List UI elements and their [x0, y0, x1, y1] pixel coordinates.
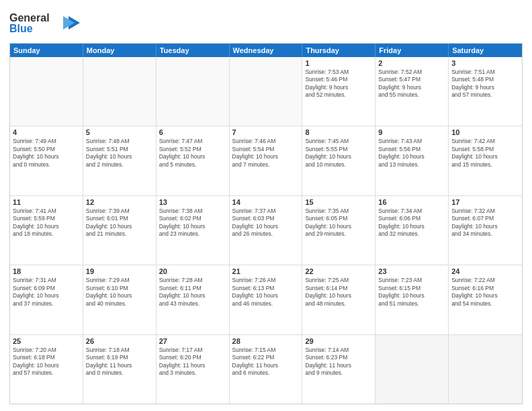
calendar-cell: 1Sunrise: 7:53 AM Sunset: 5:46 PM Daylig…: [302, 57, 375, 126]
calendar-cell: 26Sunrise: 7:18 AM Sunset: 6:19 PM Dayli…: [83, 335, 157, 404]
header: General Blue: [9, 7, 523, 39]
day-number: 15: [305, 198, 372, 206]
calendar-row-5: 25Sunrise: 7:20 AM Sunset: 6:18 PM Dayli…: [10, 334, 522, 404]
calendar-cell: [83, 57, 157, 126]
day-info: Sunrise: 7:49 AM Sunset: 5:50 PM Dayligh…: [13, 138, 80, 169]
day-info: Sunrise: 7:32 AM Sunset: 6:07 PM Dayligh…: [451, 208, 519, 238]
day-number: 22: [305, 267, 372, 275]
day-info: Sunrise: 7:23 AM Sunset: 6:15 PM Dayligh…: [378, 277, 445, 308]
day-number: 21: [232, 267, 300, 275]
day-number: 12: [86, 198, 153, 206]
calendar-cell: 3Sunrise: 7:51 AM Sunset: 5:48 PM Daylig…: [449, 57, 522, 126]
day-number: 8: [305, 128, 372, 136]
day-info: Sunrise: 7:52 AM Sunset: 5:47 PM Dayligh…: [378, 68, 445, 99]
header-day-wednesday: Wednesday: [230, 44, 303, 57]
day-number: 20: [159, 267, 226, 275]
header-day-monday: Monday: [83, 44, 157, 57]
svg-text:General: General: [9, 12, 50, 24]
day-info: Sunrise: 7:20 AM Sunset: 6:18 PM Dayligh…: [13, 347, 80, 377]
day-number: 13: [159, 198, 226, 206]
day-info: Sunrise: 7:28 AM Sunset: 6:11 PM Dayligh…: [159, 277, 226, 308]
calendar-cell: 23Sunrise: 7:23 AM Sunset: 6:15 PM Dayli…: [375, 265, 449, 334]
calendar-cell: 29Sunrise: 7:14 AM Sunset: 6:23 PM Dayli…: [302, 335, 375, 404]
calendar-cell: 28Sunrise: 7:15 AM Sunset: 6:22 PM Dayli…: [230, 335, 303, 404]
calendar-cell: [10, 57, 83, 126]
calendar-cell: 16Sunrise: 7:34 AM Sunset: 6:06 PM Dayli…: [375, 196, 449, 265]
calendar-cell: [230, 57, 303, 126]
day-number: 1: [305, 59, 372, 67]
calendar-cell: 21Sunrise: 7:26 AM Sunset: 6:13 PM Dayli…: [230, 265, 303, 334]
day-info: Sunrise: 7:47 AM Sunset: 5:52 PM Dayligh…: [159, 138, 226, 169]
day-info: Sunrise: 7:29 AM Sunset: 6:10 PM Dayligh…: [86, 277, 153, 308]
day-info: Sunrise: 7:31 AM Sunset: 6:09 PM Dayligh…: [13, 277, 80, 308]
day-number: 27: [159, 337, 226, 345]
header-day-tuesday: Tuesday: [157, 44, 230, 57]
calendar-body: 1Sunrise: 7:53 AM Sunset: 5:46 PM Daylig…: [10, 57, 522, 404]
day-info: Sunrise: 7:41 AM Sunset: 5:59 PM Dayligh…: [13, 208, 80, 238]
calendar-cell: [449, 335, 522, 404]
day-info: Sunrise: 7:42 AM Sunset: 5:58 PM Dayligh…: [451, 138, 519, 169]
calendar-cell: 15Sunrise: 7:35 AM Sunset: 6:05 PM Dayli…: [302, 196, 375, 265]
day-info: Sunrise: 7:15 AM Sunset: 6:22 PM Dayligh…: [232, 347, 300, 377]
day-info: Sunrise: 7:14 AM Sunset: 6:23 PM Dayligh…: [305, 347, 372, 377]
day-number: 25: [13, 337, 80, 345]
day-number: 17: [451, 198, 519, 206]
calendar-cell: 22Sunrise: 7:25 AM Sunset: 6:14 PM Dayli…: [302, 265, 375, 334]
day-info: Sunrise: 7:38 AM Sunset: 6:02 PM Dayligh…: [159, 208, 226, 238]
day-number: 2: [378, 59, 445, 67]
calendar-cell: 6Sunrise: 7:47 AM Sunset: 5:52 PM Daylig…: [157, 126, 230, 195]
calendar-row-1: 1Sunrise: 7:53 AM Sunset: 5:46 PM Daylig…: [10, 57, 522, 126]
calendar-row-2: 4Sunrise: 7:49 AM Sunset: 5:50 PM Daylig…: [10, 126, 522, 195]
calendar-cell: 14Sunrise: 7:37 AM Sunset: 6:03 PM Dayli…: [230, 196, 303, 265]
calendar-cell: 4Sunrise: 7:49 AM Sunset: 5:50 PM Daylig…: [10, 126, 83, 195]
header-day-thursday: Thursday: [302, 44, 375, 57]
day-info: Sunrise: 7:37 AM Sunset: 6:03 PM Dayligh…: [232, 208, 300, 238]
header-day-sunday: Sunday: [10, 44, 83, 57]
calendar-cell: 11Sunrise: 7:41 AM Sunset: 5:59 PM Dayli…: [10, 196, 83, 265]
logo-text: General Blue: [9, 9, 80, 39]
day-number: 5: [86, 128, 153, 136]
calendar-cell: 2Sunrise: 7:52 AM Sunset: 5:47 PM Daylig…: [375, 57, 449, 126]
calendar-cell: 18Sunrise: 7:31 AM Sunset: 6:09 PM Dayli…: [10, 265, 83, 334]
day-number: 11: [13, 198, 80, 206]
calendar-cell: 12Sunrise: 7:39 AM Sunset: 6:01 PM Dayli…: [83, 196, 157, 265]
day-number: 6: [159, 128, 226, 136]
calendar-cell: 17Sunrise: 7:32 AM Sunset: 6:07 PM Dayli…: [449, 196, 522, 265]
day-number: 24: [451, 267, 519, 275]
day-number: 19: [86, 267, 153, 275]
day-number: 28: [232, 337, 300, 345]
day-info: Sunrise: 7:45 AM Sunset: 5:55 PM Dayligh…: [305, 138, 372, 169]
day-info: Sunrise: 7:53 AM Sunset: 5:46 PM Dayligh…: [305, 68, 372, 99]
day-number: 4: [13, 128, 80, 136]
calendar-row-3: 11Sunrise: 7:41 AM Sunset: 5:59 PM Dayli…: [10, 195, 522, 265]
calendar-cell: 10Sunrise: 7:42 AM Sunset: 5:58 PM Dayli…: [449, 126, 522, 195]
day-info: Sunrise: 7:18 AM Sunset: 6:19 PM Dayligh…: [86, 347, 153, 377]
calendar-cell: 5Sunrise: 7:48 AM Sunset: 5:51 PM Daylig…: [83, 126, 157, 195]
svg-text:Blue: Blue: [9, 23, 33, 34]
calendar-cell: 27Sunrise: 7:17 AM Sunset: 6:20 PM Dayli…: [157, 335, 230, 404]
day-info: Sunrise: 7:51 AM Sunset: 5:48 PM Dayligh…: [451, 68, 519, 99]
header-day-friday: Friday: [375, 44, 449, 57]
logo: General Blue: [9, 9, 80, 39]
day-info: Sunrise: 7:22 AM Sunset: 6:16 PM Dayligh…: [451, 277, 519, 308]
day-number: 29: [305, 337, 372, 345]
calendar-cell: 19Sunrise: 7:29 AM Sunset: 6:10 PM Dayli…: [83, 265, 157, 334]
day-info: Sunrise: 7:17 AM Sunset: 6:20 PM Dayligh…: [159, 347, 226, 377]
page: General Blue SundayMondayTuesdayWednesda…: [0, 0, 532, 411]
calendar-cell: 20Sunrise: 7:28 AM Sunset: 6:11 PM Dayli…: [157, 265, 230, 334]
day-number: 9: [378, 128, 445, 136]
day-info: Sunrise: 7:25 AM Sunset: 6:14 PM Dayligh…: [305, 277, 372, 308]
day-number: 18: [13, 267, 80, 275]
day-info: Sunrise: 7:35 AM Sunset: 6:05 PM Dayligh…: [305, 208, 372, 238]
calendar-cell: [375, 335, 449, 404]
day-number: 23: [378, 267, 445, 275]
day-number: 10: [451, 128, 519, 136]
day-number: 7: [232, 128, 300, 136]
calendar-cell: 7Sunrise: 7:46 AM Sunset: 5:54 PM Daylig…: [230, 126, 303, 195]
day-info: Sunrise: 7:43 AM Sunset: 5:56 PM Dayligh…: [378, 138, 445, 169]
day-number: 26: [86, 337, 153, 345]
day-number: 16: [378, 198, 445, 206]
calendar-row-4: 18Sunrise: 7:31 AM Sunset: 6:09 PM Dayli…: [10, 265, 522, 334]
day-info: Sunrise: 7:48 AM Sunset: 5:51 PM Dayligh…: [86, 138, 153, 169]
calendar-cell: 13Sunrise: 7:38 AM Sunset: 6:02 PM Dayli…: [157, 196, 230, 265]
